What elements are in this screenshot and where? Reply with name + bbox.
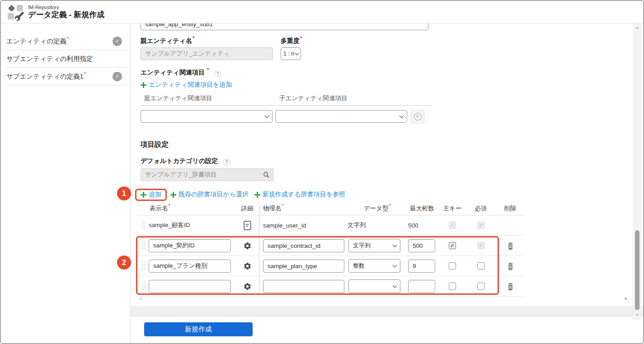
drag-handle[interactable] [142,242,146,250]
primary-key-checkbox[interactable] [449,242,456,249]
scroll-left-icon[interactable]: ◄ [138,296,142,301]
max-digits-input[interactable] [408,260,435,273]
chevron-down-icon [393,284,397,288]
parent-entity-name-label: 親エンティティ名* [141,37,195,45]
sidebar-item-label: サブエンティティの定義1 [6,73,84,80]
scroll-up-icon[interactable]: ▲ [633,26,641,29]
vertical-scrollbar[interactable]: ▲ ▼ [633,24,641,320]
scroll-down-icon[interactable]: ▼ [633,313,641,316]
display-name-input[interactable] [149,280,231,293]
sidebar: エンティティの定義* ✓ サブエンティティの利用指定 サブエンティティの定義1*… [1,23,131,343]
item-settings-title: 項目設定 [141,140,169,149]
required-checkbox [477,242,484,249]
physical-name-input[interactable] [263,260,344,273]
vertical-scrollbar-thumb[interactable] [635,230,639,310]
physical-name-text: sample_user_id [263,222,306,229]
sidebar-item-subentity-usage[interactable]: サブエンティティの利用指定 [5,50,130,68]
required-checkbox [477,222,484,229]
col-header-display-name: 表示名* [150,205,170,213]
data-type-text: 文字列 [348,221,366,229]
search-icon [263,172,270,178]
primary-key-checkbox [449,222,456,229]
chevron-down-icon [295,51,299,55]
required-checkbox[interactable] [477,283,484,290]
annotation-badge-2: 2 [117,256,131,270]
form-scroll-panel: 親エンティティ名* 多重度* 1 : n エンティティ関連項目 * ? [131,23,633,306]
gear-icon[interactable] [243,242,252,250]
drag-handle[interactable] [142,262,146,270]
required-asterisk: * [84,71,86,77]
display-name-text: sample_顧客ID [149,221,190,229]
data-type-select[interactable]: 文字列 [348,239,400,252]
table-row: 文字列 [136,236,525,256]
default-category-search-field[interactable]: サンプルアプリ_辞書項目 [141,168,274,181]
create-button[interactable]: 新規作成 [144,322,253,336]
complete-check-icon: ✓ [113,37,122,46]
gear-icon[interactable] [243,282,252,291]
help-icon[interactable]: ? [223,159,230,166]
required-asterisk: * [193,35,195,42]
multiplicity-label: 多重度* [281,37,302,45]
multiplicity-select[interactable]: 1 : n [281,47,301,60]
table-row [136,276,525,297]
primary-key-checkbox[interactable] [449,283,456,290]
data-type-select[interactable]: 整数 [348,259,400,273]
col-header-delete: 削除 [504,205,517,213]
sidebar-item-entity-definition[interactable]: エンティティの定義* ✓ [5,33,130,50]
app-name: IM-Repository [28,5,104,10]
page-title: データ定義 - 新規作成 [28,10,104,19]
display-name-input[interactable] [149,260,231,273]
main-content: 親エンティティ名* 多重度* 1 : n エンティティ関連項目 * ? [131,23,643,343]
entity-relation-label: エンティティ関連項目 * ? [141,69,221,77]
plus-icon [141,192,146,198]
col-header-detail: 詳細 [241,205,254,213]
horizontal-scrollbar-track[interactable] [131,306,643,317]
chevron-down-icon [400,114,404,118]
required-asterisk: * [207,67,209,73]
plus-icon [141,82,146,88]
trash-icon[interactable] [507,262,514,270]
im-repository-logo-icon [7,4,24,20]
sidebar-item-subentity-definition-1[interactable]: サブエンティティの定義1* ✓ [5,68,130,85]
child-relation-column-label: 子エンティティ関連項目 [279,94,347,102]
scroll-right-icon[interactable]: ► [624,296,628,301]
display-name-input[interactable] [149,239,231,252]
items-table: 表示名* 詳細 物理名* データ型* 最大桁数 主キー 必須 削除 sample… [136,202,525,297]
child-relation-select[interactable] [275,110,407,123]
parent-relation-column-label: 親エンティティ関連項目 [144,94,212,102]
table-header-row: 表示名* 詳細 物理名* データ型* 最大桁数 主キー 必須 削除 [136,202,525,215]
chevron-down-icon [393,263,397,268]
drag-handle[interactable] [142,221,146,229]
max-digits-text: 500 [408,222,418,229]
parent-relation-select[interactable] [141,110,273,123]
trash-icon[interactable] [507,242,514,250]
select-existing-dictionary-link[interactable]: 既存の辞書項目から選択 [170,191,249,199]
col-header-primary-key: 主キー [443,205,462,213]
app-window: IM-Repository データ定義 - 新規作成 エンティティの定義* ✓ … [0,0,644,344]
table-row: 整数 [136,256,525,276]
max-digits-input[interactable] [408,239,435,252]
plus-icon [170,192,176,198]
physical-name-input[interactable] [263,239,344,252]
chevron-down-icon [393,243,397,247]
sidebar-item-label: エンティティの定義 [6,37,66,45]
data-type-select[interactable] [348,279,400,293]
sidebar-item-label: サブエンティティの利用指定 [6,55,93,63]
reference-new-dictionary-link[interactable]: 新規作成する辞書項目を参照 [254,191,345,199]
subentity-id-input[interactable] [141,23,428,30]
annotation-badge-1: 1 [117,186,131,200]
required-checkbox[interactable] [477,262,484,270]
help-icon[interactable]: ? [214,70,221,77]
parent-entity-name-input [141,47,273,60]
physical-name-input[interactable] [263,280,344,293]
plus-icon [254,192,260,198]
add-entity-relation-link[interactable]: エンティティ関連項目を追加 [141,81,232,89]
document-icon[interactable] [244,221,251,230]
primary-key-checkbox[interactable] [449,262,456,270]
remove-relation-row-button[interactable]: ✕ [411,110,424,123]
drag-handle[interactable] [142,282,146,290]
trash-icon[interactable] [507,282,514,291]
gear-icon[interactable] [243,262,252,270]
add-item-link[interactable]: 追加 [141,191,161,199]
max-digits-input[interactable] [408,280,435,293]
